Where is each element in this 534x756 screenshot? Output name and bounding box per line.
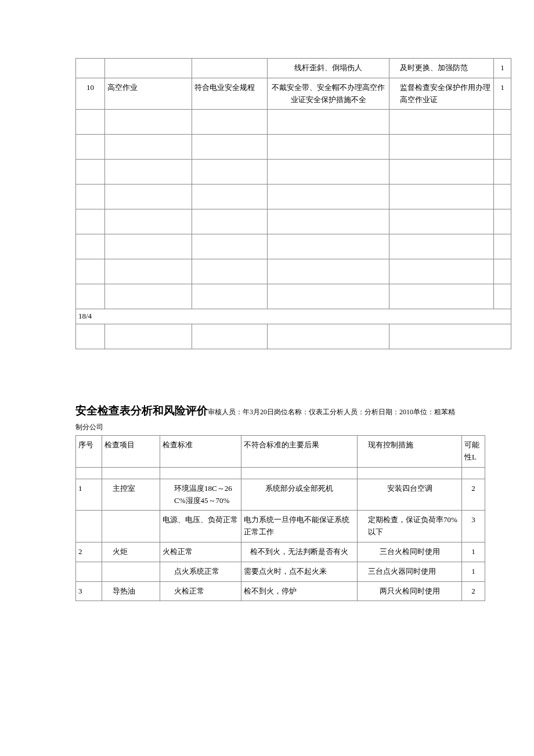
- cell-seq: [76, 562, 102, 581]
- table-row: [76, 110, 511, 135]
- table-row: [76, 209, 511, 234]
- table-bottom: 序号 检查项目 检查标准 不符合标准的主要后果 现有控制措施 可能性L 1 主控…: [75, 435, 485, 601]
- cell-cons: 线杆歪斜、倒塌伤人: [268, 59, 389, 78]
- cell-cons: 检不到火，无法判断是否有火: [241, 542, 358, 562]
- cell-seq: 3: [76, 581, 102, 601]
- cell-std: 火检正常: [160, 542, 241, 562]
- col-cons: 不符合标准的主要后果: [241, 436, 358, 468]
- cell-item: 高空作业: [105, 78, 192, 110]
- cell-ctrl: 监督检查安全保护作用办理高空作业证: [389, 78, 494, 110]
- table-row: 1 主控室 环境温度18C～26C%湿度45～70% 系统部分或全部死机 安装四…: [76, 479, 485, 511]
- cell-std: 环境温度18C～26C%湿度45～70%: [160, 479, 241, 511]
- cell-val: 2: [462, 479, 485, 511]
- cell-item: [102, 562, 160, 581]
- table-row: [76, 324, 511, 349]
- cell-ctrl: 定期检查，保证负荷率70%以下: [358, 511, 462, 542]
- cell-cons: 电力系统一旦停电不能保证系统正常工作: [241, 511, 358, 542]
- table-row: [76, 259, 511, 284]
- cell-item: 主控室: [102, 479, 160, 511]
- cell-cons: 不戴安全带、安全帽不办理高空作业证安全保护措施不全: [268, 78, 389, 110]
- col-std: 检查标准: [160, 436, 241, 468]
- col-val: 可能性L: [462, 436, 485, 468]
- col-ctrl: 现有控制措施: [358, 436, 462, 468]
- cell-val: 1: [494, 59, 511, 78]
- cell-seq: 10: [76, 78, 105, 110]
- table-row: 3 导热油 火检正常 检不到火，停炉 两只火检同时使用 2: [76, 581, 485, 601]
- table-top: 线杆歪斜、倒塌伤人 及时更换、加强防范 1 10 高空作业 符合电业安全规程 不…: [75, 58, 511, 349]
- cell-cons: 检不到火，停炉: [241, 581, 358, 601]
- cell-std: [192, 59, 268, 78]
- cell-std: 火检正常: [160, 581, 241, 601]
- cell-item: [102, 511, 160, 542]
- table-header-row: 序号 检查项目 检查标准 不符合标准的主要后果 现有控制措施 可能性L: [76, 436, 485, 468]
- table-row: [76, 160, 511, 185]
- cell-std: 电源、电压、负荷正常: [160, 511, 241, 542]
- table-row: 点火系统正常 需要点火时，点不起火来 三台点火器同时使用 1: [76, 562, 485, 581]
- table-row: 2 火炬 火检正常 检不到火，无法判断是否有火 三台火检同时使用 1: [76, 542, 485, 562]
- cell-seq: [76, 511, 102, 542]
- section-heading-block: 安全检查表分析和风险评价审核人员：年3月20日岗位名称：仪表工分析人员：分析日期…: [75, 401, 459, 434]
- table-row: [76, 185, 511, 209]
- cell-ctrl: 两只火检同时使用: [358, 581, 462, 601]
- cell-item: 导热油: [102, 581, 160, 601]
- section-title: 安全检查表分析和风险评价: [75, 404, 208, 417]
- cell-ctrl: 三台点火器同时使用: [358, 562, 462, 581]
- cell-item: [105, 59, 192, 78]
- col-seq: 序号: [76, 436, 102, 468]
- table-row: 10 高空作业 符合电业安全规程 不戴安全带、安全帽不办理高空作业证安全保护措施…: [76, 78, 511, 110]
- cell-ctrl: 及时更换、加强防范: [389, 59, 494, 78]
- table-row: [76, 284, 511, 309]
- table-row: [76, 135, 511, 160]
- table-row: [76, 467, 485, 479]
- cell-ctrl: 三台火检同时使用: [358, 542, 462, 562]
- page-marker: 18/4: [76, 309, 511, 324]
- cell-cons: 系统部分或全部死机: [241, 479, 358, 511]
- cell-seq: 1: [76, 479, 102, 511]
- cell-ctrl: 安装四台空调: [358, 479, 462, 511]
- cell-val: 1: [462, 542, 485, 562]
- cell-val: 3: [462, 511, 485, 542]
- cell-item: 火炬: [102, 542, 160, 562]
- cell-val: 1: [494, 78, 511, 110]
- cell-seq: [76, 59, 105, 78]
- table-row: 电源、电压、负荷正常 电力系统一旦停电不能保证系统正常工作 定期检查，保证负荷率…: [76, 511, 485, 542]
- cell-cons: 需要点火时，点不起火来: [241, 562, 358, 581]
- cell-val: 1: [462, 562, 485, 581]
- table-row: [76, 234, 511, 259]
- table-row: 线杆歪斜、倒塌伤人 及时更换、加强防范 1: [76, 59, 511, 78]
- cell-val: 2: [462, 581, 485, 601]
- col-item: 检查项目: [102, 436, 160, 468]
- cell-std: 点火系统正常: [160, 562, 241, 581]
- cell-seq: 2: [76, 542, 102, 562]
- table-row: 18/4: [76, 309, 511, 324]
- cell-std: 符合电业安全规程: [192, 78, 268, 110]
